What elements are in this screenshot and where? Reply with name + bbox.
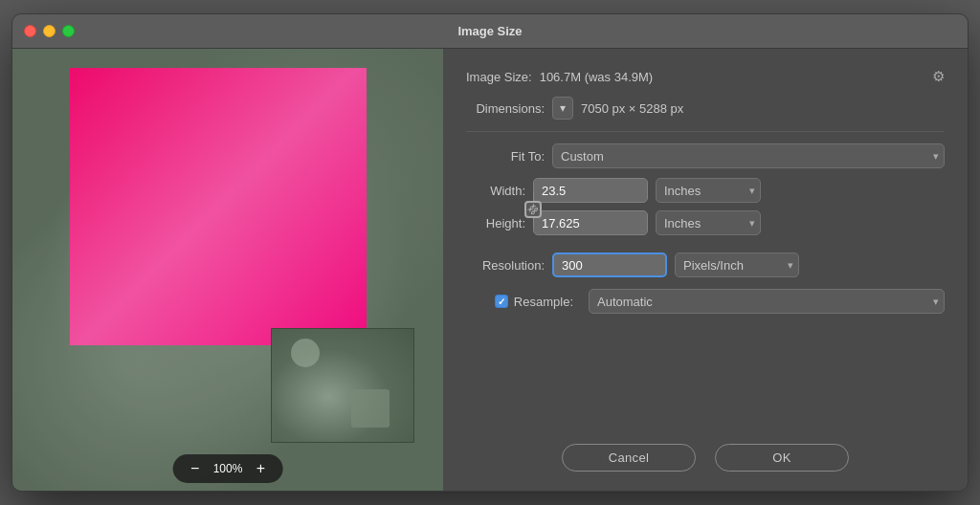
gear-icon[interactable]: ⚙ [932,68,945,85]
resample-label: Resample: [514,295,573,309]
width-unit-wrapper: Inches Pixels Centimeters Millimeters Po… [656,178,761,203]
image-size-dialog: Image Size − 100% + Image Size: 106.7M ( [11,13,969,492]
close-button[interactable] [24,25,36,37]
resample-checkbox-area: ✓ Resample: [466,295,581,309]
resample-select-wrapper: Automatic Preserve Details Bicubic Smoot… [589,289,945,314]
height-unit-select[interactable]: Inches Pixels Centimeters Millimeters Po… [656,210,761,235]
zoom-percent: 100% [213,462,243,475]
controls-panel: Image Size: 106.7M (was 34.9M) ⚙ Dimensi… [443,49,968,491]
chain-inner: ⛓ [526,203,541,217]
width-unit-select[interactable]: Inches Pixels Centimeters Millimeters Po… [656,178,761,203]
minimize-button[interactable] [43,25,56,37]
fit-to-label: Fit To: [466,149,552,164]
pink-overlay [70,68,367,345]
separator [466,131,945,132]
width-input[interactable] [533,178,648,203]
dropdown-arrow-icon: ▾ [560,101,566,115]
zoom-out-button[interactable]: − [187,460,204,477]
dialog-title: Image Size [457,24,522,38]
cancel-button[interactable]: Cancel [562,444,696,472]
height-unit-wrapper: Inches Pixels Centimeters Millimeters Po… [656,210,761,235]
resolution-input[interactable] [552,252,667,277]
resolution-unit-wrapper: Pixels/Inch Pixels/Centimeter [675,252,799,277]
link-line-bottom [533,218,534,228]
check-icon: ✓ [498,296,505,307]
ok-button[interactable]: OK [715,444,849,472]
title-bar: Image Size [12,14,968,49]
window-controls [24,25,75,37]
dimensions-dropdown[interactable]: ▾ [552,97,573,120]
fit-to-select[interactable]: Custom Original Size US Paper Internatio… [552,143,945,168]
image-size-row: Image Size: 106.7M (was 34.9M) ⚙ [466,68,945,85]
image-size-label: Image Size: [466,70,532,84]
link-line-top [533,191,534,201]
dimensions-label: Dimensions: [466,101,552,116]
dimensions-value: 7050 px × 5288 px [581,101,683,116]
link-icon-container: ⛓ [523,180,543,239]
resolution-row: Resolution: Pixels/Inch Pixels/Centimete… [466,252,945,277]
preview-panel: − 100% + [12,49,443,491]
image-size-info: Image Size: 106.7M (was 34.9M) [466,70,653,84]
resample-row: ✓ Resample: Automatic Preserve Details B… [466,289,945,314]
satellite-patch [271,328,414,443]
dimensions-row: Dimensions: ▾ 7050 px × 5288 px [466,97,945,120]
width-height-section: ⛓ Width: Inches Pixels Centimeters Milli… [466,178,945,243]
zoom-bar: − 100% + [173,454,283,483]
button-row: Cancel OK [466,434,945,472]
resample-select[interactable]: Automatic Preserve Details Bicubic Smoot… [589,289,945,314]
image-size-value: 106.7M (was 34.9M) [540,70,654,84]
zoom-in-button[interactable]: + [252,460,269,477]
dialog-body: − 100% + Image Size: 106.7M (was 34.9M) … [12,49,968,491]
resolution-label: Resolution: [466,258,552,273]
resample-checkbox[interactable]: ✓ [495,295,508,308]
fit-to-select-wrapper: Custom Original Size US Paper Internatio… [552,143,945,168]
height-input[interactable] [533,210,648,235]
maximize-button[interactable] [62,25,75,37]
resolution-unit-select[interactable]: Pixels/Inch Pixels/Centimeter [675,252,799,277]
fit-to-row: Fit To: Custom Original Size US Paper In… [466,143,945,168]
preview-canvas [12,49,443,491]
link-chain-icon[interactable]: ⛓ [524,201,542,218]
